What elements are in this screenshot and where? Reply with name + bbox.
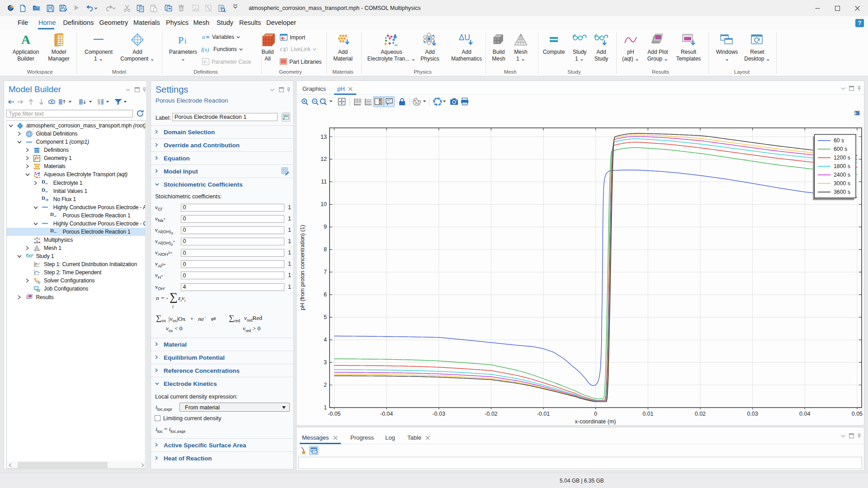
svg-text:a: a: [202, 34, 205, 40]
svg-text:-0.05: -0.05: [328, 411, 341, 417]
svg-text:6: 6: [324, 291, 327, 298]
svg-text:-0.02: -0.02: [485, 411, 498, 417]
svg-text:1800 s: 1800 s: [834, 163, 850, 169]
svg-text:5: 5: [324, 314, 327, 320]
svg-text:D: D: [42, 179, 45, 184]
svg-text:2: 2: [324, 382, 327, 388]
svg-text:D: D: [50, 212, 54, 217]
svg-text:3000 s: 3000 s: [834, 180, 850, 187]
svg-text:13: 13: [321, 134, 327, 140]
svg-text:3600 s: 3600 s: [834, 189, 850, 195]
svg-text:10: 10: [321, 201, 327, 207]
svg-text:2400 s: 2400 s: [834, 172, 850, 178]
svg-text:pH (from proton concentration): pH (from proton concentration) (1): [299, 225, 306, 310]
svg-text:600 s: 600 s: [834, 146, 847, 152]
svg-text:-0.01: -0.01: [537, 411, 550, 417]
svg-text:i: i: [184, 37, 187, 45]
svg-text:D: D: [50, 228, 54, 233]
svg-text:8: 8: [324, 246, 327, 253]
svg-text:0.04: 0.04: [799, 411, 810, 417]
svg-text:f(x): f(x): [201, 47, 209, 53]
svg-text:ΔU: ΔU: [459, 33, 470, 42]
svg-text:9: 9: [324, 224, 327, 230]
svg-text:0.03: 0.03: [747, 411, 758, 417]
svg-text:7: 7: [324, 269, 327, 275]
svg-text:A: A: [21, 33, 31, 47]
svg-text:0.01: 0.01: [642, 411, 653, 417]
svg-text:0: 0: [594, 411, 597, 417]
svg-text:P: P: [178, 34, 184, 46]
svg-text:D: D: [42, 188, 45, 192]
svg-text:0.02: 0.02: [695, 411, 706, 417]
svg-text:60 s: 60 s: [834, 137, 844, 144]
svg-text:-0.03: -0.03: [432, 411, 445, 417]
svg-text:12: 12: [321, 156, 327, 162]
svg-text:D: D: [42, 196, 45, 201]
svg-text:x-coordinate (m): x-coordinate (m): [575, 418, 616, 425]
svg-text:-0.04: -0.04: [380, 411, 393, 417]
svg-text:11: 11: [321, 178, 327, 185]
svg-text:P: P: [203, 60, 206, 65]
svg-text:1200 s: 1200 s: [834, 155, 850, 161]
svg-text:3: 3: [324, 359, 327, 366]
svg-text:4: 4: [324, 337, 327, 343]
svg-text:0.05: 0.05: [852, 411, 863, 417]
svg-text:1: 1: [324, 404, 327, 411]
